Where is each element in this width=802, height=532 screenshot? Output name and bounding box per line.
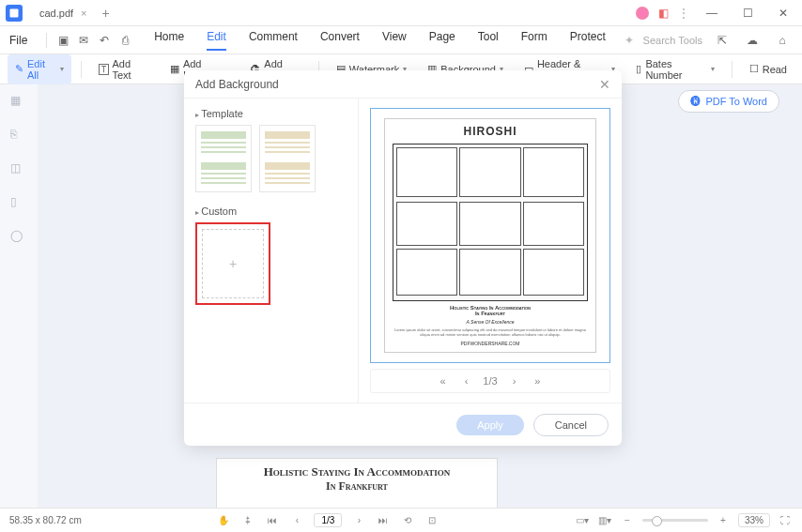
apply-button[interactable]: Apply	[456, 415, 524, 435]
pager-value: 1/3	[483, 375, 497, 387]
page-dimensions: 58.35 x 80.72 cm	[9, 515, 82, 525]
tab-view[interactable]: View	[382, 30, 407, 51]
preview-area: HIROSHI Holistic Staying In Accommodatio…	[370, 108, 610, 363]
home-icon[interactable]: ⌂	[772, 30, 793, 51]
zoom-value[interactable]: 33%	[738, 513, 770, 527]
bates-number-button[interactable]: ▯Bates Number▾	[628, 54, 721, 84]
tab-edit[interactable]: Edit	[207, 30, 226, 51]
left-sidebar: ▦ ⎘ ◫ ▯ ◯	[0, 84, 38, 508]
checkbox-icon: ☐	[749, 63, 759, 75]
next-page-icon[interactable]: ›	[351, 513, 366, 528]
add-tab-icon[interactable]: +	[102, 6, 110, 21]
read-checkbox[interactable]: ☐Read	[742, 59, 794, 79]
app-logo-icon	[6, 5, 23, 22]
minimize-button[interactable]: —	[699, 4, 725, 23]
close-window-button[interactable]: ✕	[770, 4, 796, 23]
text-icon: 🅃	[99, 64, 109, 75]
tab-tool[interactable]: Tool	[478, 30, 499, 51]
close-dialog-icon[interactable]: ✕	[599, 77, 610, 92]
tab-convert[interactable]: Convert	[320, 30, 360, 51]
share-icon[interactable]: ⇱	[712, 30, 733, 51]
menubar: File ▣ ✉ ↶ ⎙ Home Edit Comment Convert V…	[0, 26, 802, 54]
fit-icon[interactable]: ⊡	[424, 513, 440, 528]
dialog-footer: Apply Cancel	[184, 403, 622, 446]
notification-icon[interactable]: ◧	[658, 7, 669, 20]
page-number-input[interactable]	[314, 513, 342, 527]
mail-icon[interactable]: ✉	[73, 30, 94, 51]
document-page: Holistic Staying In Accommodation In Fra…	[216, 458, 498, 508]
edit-all-button[interactable]: ✎ Edit All ▾	[8, 54, 71, 84]
layout-icon[interactable]: ▥▾	[597, 513, 612, 528]
kebab-menu-icon[interactable]: ⋮	[678, 7, 689, 20]
pager-next-icon[interactable]: ›	[509, 375, 520, 387]
template-option-tan[interactable]	[259, 125, 316, 192]
cloud-icon[interactable]: ☁	[742, 30, 763, 51]
maximize-button[interactable]: ☐	[734, 4, 761, 23]
wand-icon[interactable]: ✦	[625, 34, 634, 47]
print-icon[interactable]: ⎙	[115, 30, 135, 51]
attachment-icon[interactable]: ▯	[10, 195, 27, 212]
pdf-to-word-button[interactable]: 🅦 PDF To Word	[678, 90, 779, 113]
dialog-left-panel: Template Custom +	[184, 99, 359, 403]
titlebar-actions: ◧ ⋮ — ☐ ✕	[636, 4, 796, 23]
preview-tagline: A Sense Of Excellence	[393, 319, 588, 325]
image-icon: ▦	[170, 63, 179, 75]
word-icon: 🅦	[690, 96, 701, 107]
tab-comment[interactable]: Comment	[249, 30, 298, 51]
template-section-label: Template	[195, 108, 347, 119]
preview-pager: « ‹ 1/3 › »	[370, 369, 610, 393]
zoom-out-icon[interactable]: −	[620, 513, 635, 528]
file-menu[interactable]: File	[9, 34, 27, 47]
chevron-down-icon: ▾	[60, 65, 64, 73]
zoom-slider[interactable]	[642, 519, 708, 522]
bookmark-icon[interactable]: ⎘	[10, 128, 27, 144]
preview-paragraph: Lorem ipsum dolor sit amet, consectetur …	[393, 327, 588, 337]
preview-title: HIROSHI	[393, 125, 588, 138]
main-tabs: Home Edit Comment Convert View Page Tool…	[135, 30, 624, 51]
titlebar: cad.pdf × + ◧ ⋮ — ☐ ✕	[0, 0, 802, 26]
pager-first-icon[interactable]: «	[437, 375, 450, 387]
add-background-dialog: Add Background ✕ Template Custom + HIROS…	[184, 70, 622, 446]
avatar-icon[interactable]	[636, 7, 649, 20]
hand-tool-icon[interactable]: ✋	[216, 513, 231, 528]
select-tool-icon[interactable]: ⭻	[240, 513, 255, 528]
tab-page[interactable]: Page	[429, 30, 455, 51]
dialog-title: Add Background	[195, 78, 279, 91]
tab-form[interactable]: Form	[521, 30, 548, 51]
tab-home[interactable]: Home	[154, 30, 184, 51]
svg-rect-0	[10, 8, 19, 17]
rotate-icon[interactable]: ⟲	[400, 513, 415, 528]
search-panel-icon[interactable]: ◯	[10, 229, 27, 246]
preview-footer-link: PDFWONDERSHARE.COM	[393, 341, 588, 346]
plus-icon: +	[229, 256, 237, 271]
tab-label: cad.pdf	[39, 8, 73, 19]
first-page-icon[interactable]: ⏮	[265, 513, 280, 528]
dialog-preview-panel: HIROSHI Holistic Staying In Accommodatio…	[359, 99, 622, 403]
pencil-icon: ✎	[15, 63, 23, 75]
document-tab[interactable]: cad.pdf ×	[30, 4, 97, 23]
dialog-header: Add Background ✕	[184, 70, 622, 99]
view-mode-icon[interactable]: ▭▾	[575, 513, 590, 528]
cancel-button[interactable]: Cancel	[533, 414, 609, 436]
fullscreen-icon[interactable]: ⛶	[778, 513, 793, 528]
custom-section-label: Custom	[195, 205, 347, 217]
save-icon[interactable]: ▣	[53, 30, 73, 51]
preview-subtitle2: In Frankfurt	[393, 311, 588, 316]
statusbar: 58.35 x 80.72 cm ✋ ⭻ ⏮ ‹ › ⏭ ⟲ ⊡ ▭▾ ▥▾ −…	[0, 508, 802, 532]
pager-last-icon[interactable]: »	[531, 375, 544, 387]
last-page-icon[interactable]: ⏭	[376, 513, 391, 528]
tab-protect[interactable]: Protect	[570, 30, 606, 51]
close-tab-icon[interactable]: ×	[81, 8, 86, 19]
search-tools[interactable]: Search Tools	[643, 35, 702, 46]
pager-prev-icon[interactable]: ‹	[461, 375, 472, 387]
zoom-in-icon[interactable]: +	[716, 513, 731, 528]
custom-background-add[interactable]: +	[195, 222, 270, 305]
add-text-button[interactable]: 🅃Add Text	[91, 54, 157, 84]
floorplan-image	[393, 144, 588, 301]
bates-icon: ▯	[636, 63, 641, 75]
comment-panel-icon[interactable]: ◫	[10, 161, 27, 178]
undo-icon[interactable]: ↶	[94, 30, 115, 51]
template-option-green[interactable]	[195, 125, 252, 192]
prev-page-icon[interactable]: ‹	[289, 513, 304, 528]
thumbnails-icon[interactable]: ▦	[10, 94, 27, 111]
